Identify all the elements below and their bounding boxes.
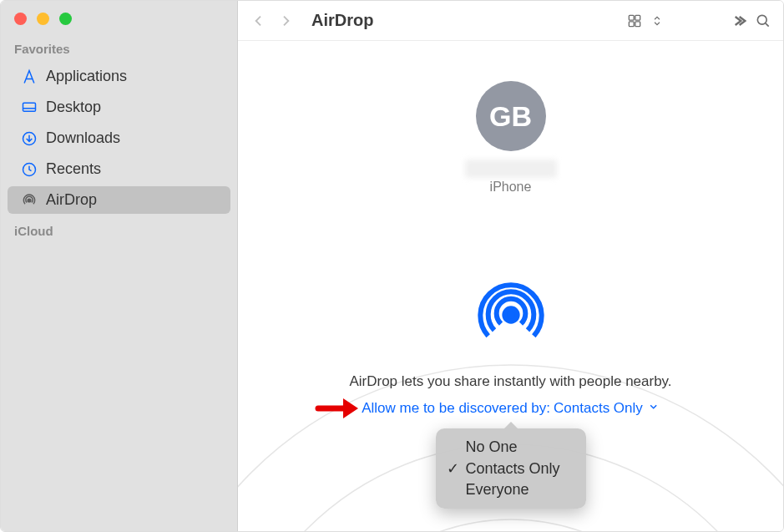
sidebar-item-label: AirDrop <box>46 191 97 209</box>
discoverability-dropdown: No One ✓ Contacts Only Everyone <box>436 428 586 509</box>
airdrop-area: GB iPhone AirDrop lets you share instant… <box>238 41 783 531</box>
applications-icon <box>21 68 38 85</box>
view-grid-icon[interactable] <box>626 13 643 29</box>
sidebar-item-label: Recents <box>46 160 101 178</box>
sidebar-item-label: Applications <box>46 68 127 85</box>
sidebar-item-desktop[interactable]: Desktop <box>8 94 230 121</box>
chevron-down-icon <box>648 400 660 417</box>
option-label: Everyone <box>466 481 529 499</box>
sidebar-item-applications[interactable]: Applications <box>8 63 230 90</box>
svg-point-8 <box>757 15 766 24</box>
discovered-device[interactable]: GB iPhone <box>465 81 557 195</box>
search-icon[interactable] <box>755 13 771 29</box>
desktop-icon <box>21 99 38 116</box>
annotation-arrow-icon <box>315 393 362 427</box>
sidebar-item-label: Downloads <box>46 129 120 147</box>
back-button[interactable] <box>250 12 268 30</box>
discover-value: Contacts Only <box>554 400 643 417</box>
option-contacts-only[interactable]: ✓ Contacts Only <box>446 458 574 479</box>
svg-rect-0 <box>23 103 36 111</box>
device-type-label: iPhone <box>490 180 532 195</box>
downloads-icon <box>21 130 38 147</box>
discoverability-button[interactable]: Allow me to be discovered by: Contacts O… <box>362 400 660 417</box>
page-title: AirDrop <box>311 11 373 30</box>
discover-label: Allow me to be discovered by: <box>362 400 550 417</box>
airdrop-logo-icon <box>478 281 544 352</box>
option-label: Contacts Only <box>466 460 560 478</box>
content-area: AirDrop GB iP <box>238 1 783 531</box>
airdrop-hint-text: AirDrop lets you share instantly with pe… <box>349 373 671 390</box>
sidebar: Favorites Applications Desktop Downloads… <box>1 1 238 531</box>
svg-point-3 <box>28 199 31 202</box>
fullscreen-window-button[interactable] <box>59 13 72 25</box>
svg-rect-5 <box>635 15 640 20</box>
minimize-window-button[interactable] <box>37 13 49 25</box>
toolbar: AirDrop <box>238 1 783 41</box>
sidebar-item-airdrop[interactable]: AirDrop <box>8 186 230 214</box>
window-controls <box>1 1 237 33</box>
sidebar-item-downloads[interactable]: Downloads <box>8 124 230 152</box>
view-sort-icon[interactable] <box>651 13 663 29</box>
finder-window: Favorites Applications Desktop Downloads… <box>0 0 784 532</box>
forward-button[interactable] <box>276 12 295 30</box>
option-everyone[interactable]: Everyone <box>446 479 574 500</box>
check-icon: ✓ <box>446 459 461 478</box>
sidebar-item-recents[interactable]: Recents <box>8 155 230 183</box>
svg-rect-4 <box>629 15 634 20</box>
svg-point-14 <box>504 308 517 321</box>
option-label: No One <box>466 438 518 456</box>
svg-rect-6 <box>629 21 634 26</box>
close-window-button[interactable] <box>14 13 27 25</box>
svg-rect-7 <box>635 21 640 26</box>
recents-icon <box>21 161 38 178</box>
toolbar-overflow-icon[interactable] <box>730 13 746 29</box>
svg-point-11 <box>298 519 724 531</box>
sidebar-item-label: Desktop <box>46 99 101 116</box>
airdrop-icon <box>21 192 38 209</box>
sidebar-section-icloud: iCloud <box>1 215 237 243</box>
device-name-redacted <box>465 160 557 178</box>
sidebar-section-favorites: Favorites <box>1 33 237 61</box>
device-avatar: GB <box>476 81 546 151</box>
option-no-one[interactable]: No One <box>446 437 574 458</box>
